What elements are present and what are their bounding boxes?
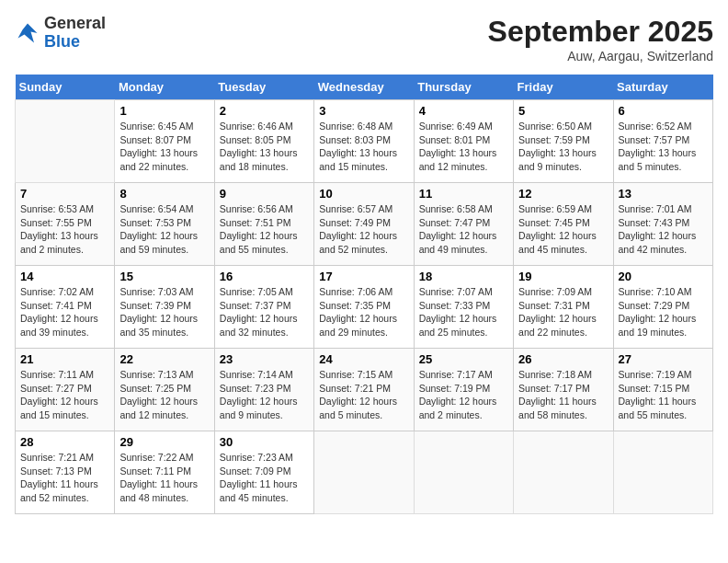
calendar-cell: 17Sunrise: 7:06 AM Sunset: 7:35 PM Dayli… <box>314 266 414 349</box>
day-info: Sunrise: 6:46 AM Sunset: 8:05 PM Dayligh… <box>220 120 309 174</box>
day-info: Sunrise: 7:10 AM Sunset: 7:29 PM Dayligh… <box>619 285 708 339</box>
calendar-cell: 25Sunrise: 7:17 AM Sunset: 7:19 PM Dayli… <box>414 349 513 431</box>
calendar-cell: 6Sunrise: 6:52 AM Sunset: 7:57 PM Daylig… <box>613 100 712 183</box>
day-number: 17 <box>319 270 408 283</box>
day-number: 26 <box>518 352 608 366</box>
calendar-cell: 24Sunrise: 7:15 AM Sunset: 7:21 PM Dayli… <box>314 349 414 431</box>
week-row-3: 14Sunrise: 7:02 AM Sunset: 7:41 PM Dayli… <box>16 266 713 349</box>
day-number: 9 <box>220 187 309 201</box>
calendar-table: SundayMondayTuesdayWednesdayThursdayFrid… <box>15 75 713 514</box>
day-number: 11 <box>419 187 508 201</box>
day-header-tuesday: Tuesday <box>214 75 313 100</box>
day-number: 7 <box>20 187 109 201</box>
day-info: Sunrise: 6:52 AM Sunset: 7:57 PM Dayligh… <box>619 120 708 174</box>
calendar-cell <box>314 431 414 514</box>
calendar-cell: 18Sunrise: 7:07 AM Sunset: 7:33 PM Dayli… <box>414 266 513 349</box>
day-number: 23 <box>220 352 309 366</box>
day-info: Sunrise: 6:45 AM Sunset: 8:07 PM Dayligh… <box>119 120 209 174</box>
day-number: 29 <box>119 435 209 449</box>
day-info: Sunrise: 6:54 AM Sunset: 7:53 PM Dayligh… <box>119 202 209 257</box>
day-info: Sunrise: 7:17 AM Sunset: 7:19 PM Dayligh… <box>419 368 508 422</box>
day-info: Sunrise: 7:07 AM Sunset: 7:33 PM Dayligh… <box>419 285 508 339</box>
calendar-cell: 10Sunrise: 6:57 AM Sunset: 7:49 PM Dayli… <box>314 183 414 266</box>
day-number: 16 <box>220 270 309 283</box>
calendar-cell: 27Sunrise: 7:19 AM Sunset: 7:15 PM Dayli… <box>613 349 712 431</box>
calendar-cell: 1Sunrise: 6:45 AM Sunset: 8:07 PM Daylig… <box>115 100 214 183</box>
day-info: Sunrise: 7:15 AM Sunset: 7:21 PM Dayligh… <box>319 368 408 422</box>
logo: General Blue <box>15 15 106 52</box>
calendar-cell: 21Sunrise: 7:11 AM Sunset: 7:27 PM Dayli… <box>16 349 115 431</box>
day-number: 15 <box>119 270 209 283</box>
day-number: 13 <box>619 187 708 201</box>
calendar-cell: 23Sunrise: 7:14 AM Sunset: 7:23 PM Dayli… <box>214 349 313 431</box>
calendar-cell: 5Sunrise: 6:50 AM Sunset: 7:59 PM Daylig… <box>514 100 613 183</box>
day-number: 8 <box>119 187 209 201</box>
day-number: 28 <box>20 435 109 449</box>
calendar-cell: 15Sunrise: 7:03 AM Sunset: 7:39 PM Dayli… <box>115 266 214 349</box>
page-header: General Blue September 2025 Auw, Aargau,… <box>15 15 713 63</box>
calendar-cell: 11Sunrise: 6:58 AM Sunset: 7:47 PM Dayli… <box>414 183 513 266</box>
logo-icon <box>15 20 40 46</box>
day-number: 19 <box>518 270 608 283</box>
day-number: 21 <box>20 352 109 366</box>
calendar-cell <box>514 431 613 514</box>
day-number: 14 <box>20 270 109 283</box>
calendar-cell: 16Sunrise: 7:05 AM Sunset: 7:37 PM Dayli… <box>214 266 313 349</box>
week-row-4: 21Sunrise: 7:11 AM Sunset: 7:27 PM Dayli… <box>16 349 713 431</box>
day-number: 22 <box>119 352 209 366</box>
day-header-thursday: Thursday <box>414 75 513 100</box>
day-header-saturday: Saturday <box>613 75 712 100</box>
day-info: Sunrise: 6:49 AM Sunset: 8:01 PM Dayligh… <box>419 120 508 174</box>
day-info: Sunrise: 6:53 AM Sunset: 7:55 PM Dayligh… <box>20 202 109 257</box>
day-info: Sunrise: 7:11 AM Sunset: 7:27 PM Dayligh… <box>20 368 109 422</box>
calendar-cell: 8Sunrise: 6:54 AM Sunset: 7:53 PM Daylig… <box>115 183 214 266</box>
week-row-1: 1Sunrise: 6:45 AM Sunset: 8:07 PM Daylig… <box>16 100 713 183</box>
day-info: Sunrise: 6:59 AM Sunset: 7:45 PM Dayligh… <box>518 202 608 257</box>
day-info: Sunrise: 6:56 AM Sunset: 7:51 PM Dayligh… <box>220 202 309 257</box>
calendar-cell <box>613 431 712 514</box>
day-number: 2 <box>220 104 309 118</box>
calendar-cell: 26Sunrise: 7:18 AM Sunset: 7:17 PM Dayli… <box>514 349 613 431</box>
day-number: 6 <box>619 104 708 118</box>
day-number: 10 <box>319 187 408 201</box>
day-header-monday: Monday <box>115 75 214 100</box>
day-info: Sunrise: 7:19 AM Sunset: 7:15 PM Dayligh… <box>619 368 708 422</box>
day-header-friday: Friday <box>514 75 613 100</box>
day-number: 3 <box>319 104 408 118</box>
day-info: Sunrise: 6:58 AM Sunset: 7:47 PM Dayligh… <box>419 202 508 257</box>
day-info: Sunrise: 7:01 AM Sunset: 7:43 PM Dayligh… <box>619 202 708 257</box>
calendar-cell: 28Sunrise: 7:21 AM Sunset: 7:13 PM Dayli… <box>16 431 115 514</box>
day-info: Sunrise: 7:02 AM Sunset: 7:41 PM Dayligh… <box>20 285 109 339</box>
day-info: Sunrise: 7:23 AM Sunset: 7:09 PM Dayligh… <box>220 451 309 505</box>
logo-text: General Blue <box>44 15 106 52</box>
day-number: 27 <box>619 352 708 366</box>
day-info: Sunrise: 7:14 AM Sunset: 7:23 PM Dayligh… <box>220 368 309 422</box>
calendar-cell: 7Sunrise: 6:53 AM Sunset: 7:55 PM Daylig… <box>16 183 115 266</box>
calendar-cell <box>16 100 115 183</box>
day-info: Sunrise: 6:48 AM Sunset: 8:03 PM Dayligh… <box>319 120 408 174</box>
calendar-cell: 4Sunrise: 6:49 AM Sunset: 8:01 PM Daylig… <box>414 100 513 183</box>
day-number: 1 <box>119 104 209 118</box>
day-info: Sunrise: 6:57 AM Sunset: 7:49 PM Dayligh… <box>319 202 408 257</box>
day-info: Sunrise: 7:09 AM Sunset: 7:31 PM Dayligh… <box>518 285 608 339</box>
day-header-wednesday: Wednesday <box>314 75 414 100</box>
calendar-cell: 29Sunrise: 7:22 AM Sunset: 7:11 PM Dayli… <box>115 431 214 514</box>
day-number: 20 <box>619 270 708 283</box>
title-block: September 2025 Auw, Aargau, Switzerland <box>488 15 713 63</box>
day-number: 25 <box>419 352 508 366</box>
day-info: Sunrise: 7:18 AM Sunset: 7:17 PM Dayligh… <box>518 368 608 422</box>
calendar-cell: 13Sunrise: 7:01 AM Sunset: 7:43 PM Dayli… <box>613 183 712 266</box>
day-number: 5 <box>518 104 608 118</box>
calendar-cell: 9Sunrise: 6:56 AM Sunset: 7:51 PM Daylig… <box>214 183 313 266</box>
day-info: Sunrise: 7:05 AM Sunset: 7:37 PM Dayligh… <box>220 285 309 339</box>
svg-marker-0 <box>18 23 38 42</box>
day-info: Sunrise: 7:22 AM Sunset: 7:11 PM Dayligh… <box>119 451 209 505</box>
day-info: Sunrise: 7:21 AM Sunset: 7:13 PM Dayligh… <box>20 451 109 505</box>
day-number: 4 <box>419 104 508 118</box>
calendar-cell: 14Sunrise: 7:02 AM Sunset: 7:41 PM Dayli… <box>16 266 115 349</box>
calendar-cell: 2Sunrise: 6:46 AM Sunset: 8:05 PM Daylig… <box>214 100 313 183</box>
day-info: Sunrise: 7:06 AM Sunset: 7:35 PM Dayligh… <box>319 285 408 339</box>
week-row-5: 28Sunrise: 7:21 AM Sunset: 7:13 PM Dayli… <box>16 431 713 514</box>
day-number: 12 <box>518 187 608 201</box>
header-row: SundayMondayTuesdayWednesdayThursdayFrid… <box>16 75 713 100</box>
